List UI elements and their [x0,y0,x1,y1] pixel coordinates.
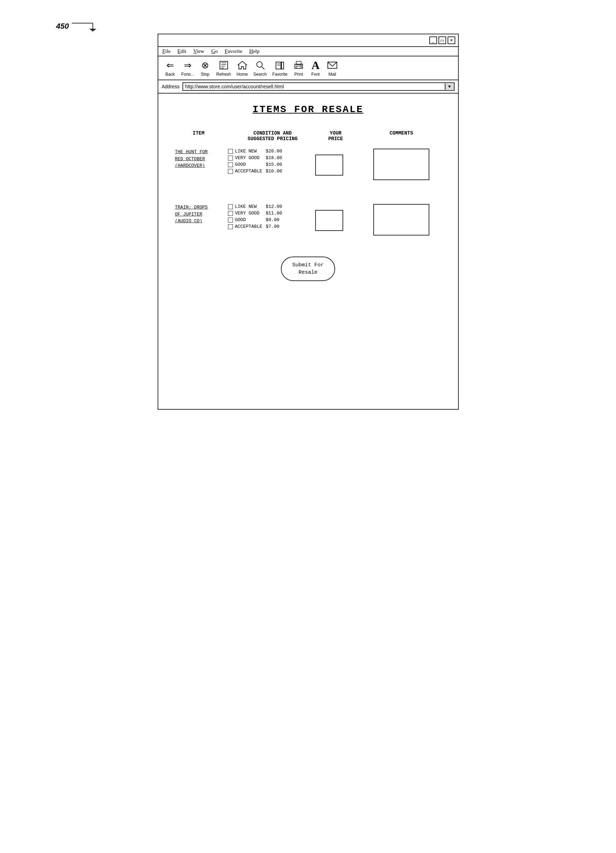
print-button[interactable]: Print [291,59,306,77]
condition-row-1-4: ACCEPTABLE [228,168,262,174]
favorite-icon [275,59,285,71]
comments-textarea-2[interactable] [373,204,429,235]
submit-area: Submit ForResale [172,257,444,281]
home-label: Home [237,72,248,77]
checkbox-1-1[interactable] [228,149,233,154]
checkbox-1-4[interactable] [228,169,233,174]
diagram-number: 450 [56,22,69,31]
condition-col-2: LIKE NEW VERY GOOD GOOD [228,204,262,229]
menu-help[interactable]: Help [249,49,259,54]
condition-col-1: LIKE NEW VERY GOOD GOOD [228,149,262,174]
address-bar: Address ▼ [158,80,458,94]
svg-marker-2 [89,29,96,32]
refresh-button[interactable]: Refresh [214,59,233,77]
item-name-2: TRAIN: DROPSOF JUPITER(AUDIO CD) [172,198,225,243]
browser-window: _ ▭ ✕ File Edit View Go Favorite Help ⇐ … [157,33,459,410]
table-row: TRAIN: DROPSOF JUPITER(AUDIO CD) LIKE NE… [172,198,444,243]
condition-row-1-1: LIKE NEW [228,149,262,154]
svg-point-9 [257,62,262,67]
refresh-icon [218,59,229,71]
your-price-cell-2 [312,198,359,243]
price-col-2: $12.00 $11.00 $9.00 $7.00 [266,204,282,229]
mail-button[interactable]: Mail [325,59,340,77]
menu-go[interactable]: Go [211,49,218,54]
menu-file[interactable]: File [162,49,171,54]
address-input[interactable] [183,83,445,90]
menu-edit[interactable]: Edit [177,49,186,54]
forward-icon: ⇒ [184,59,192,71]
condition-row-2-2: VERY GOOD [228,211,262,216]
search-button[interactable]: Search [251,59,269,77]
print-label: Print [295,72,303,77]
forward-button[interactable]: ⇒ Forw... [179,59,196,77]
svg-point-18 [300,65,301,66]
checkbox-2-2[interactable] [228,211,233,216]
col-header-price: YOURPRICE [312,129,359,143]
condition-price-wrap-2: LIKE NEW VERY GOOD GOOD [228,204,310,229]
condition-row-2-3: GOOD [228,217,262,223]
search-icon [255,59,265,71]
mail-label: Mail [328,72,336,77]
svg-line-10 [262,67,264,69]
forward-label: Forw... [182,72,194,77]
submit-button[interactable]: Submit ForResale [281,257,335,281]
col-header-comments: COMMENTS [359,129,444,143]
back-label: Back [165,72,175,77]
address-dropdown-button[interactable]: ▼ [445,83,454,90]
menu-favorite[interactable]: Favorite [225,49,242,54]
col-header-item: ITEM [172,129,225,143]
condition-cell-2: LIKE NEW VERY GOOD GOOD [225,198,312,243]
minimize-button[interactable]: _ [429,36,437,44]
checkbox-1-3[interactable] [228,162,233,167]
table-row: THE HUNT FORRED OCTOBER(HARDCOVER) LIKE … [172,143,444,187]
favorite-label: Favorite [272,72,288,77]
page-content: ITEMS FOR RESALE ITEM CONDITION ANDSUGGE… [158,94,458,409]
address-input-wrap: ▼ [182,82,454,91]
title-bar: _ ▭ ✕ [158,34,458,47]
font-label: Font [311,72,320,77]
stop-button[interactable]: ⊗ Stop [198,59,213,77]
condition-row-2-4: ACCEPTABLE [228,224,262,229]
font-icon: A [311,59,319,71]
close-button[interactable]: ✕ [448,36,455,44]
diagram-label: 450 [56,21,100,32]
comments-cell-1 [359,143,444,187]
checkbox-1-2[interactable] [228,156,233,161]
your-price-cell-1 [312,143,359,187]
comments-textarea-1[interactable] [373,149,429,180]
comments-cell-2 [359,198,444,243]
spacer-row [172,187,444,198]
search-label: Search [254,72,267,77]
font-button[interactable]: A Font [308,59,323,77]
svg-marker-8 [238,61,247,69]
mail-icon [327,59,338,71]
col-header-condition: CONDITION ANDSUGGESTED PRICING [225,129,312,143]
condition-cell-1: LIKE NEW VERY GOOD GOOD [225,143,312,187]
menu-view[interactable]: View [193,49,204,54]
home-icon [237,59,248,71]
home-button[interactable]: Home [235,59,250,77]
checkbox-2-1[interactable] [228,204,233,209]
back-button[interactable]: ⇐ Back [162,59,178,77]
favorite-button[interactable]: Favorite [270,59,290,77]
menu-bar: File Edit View Go Favorite Help [158,47,458,56]
window-controls: _ ▭ ✕ [429,36,455,44]
condition-row-2-1: LIKE NEW [228,204,262,209]
price-input-2[interactable] [315,210,343,231]
checkbox-2-4[interactable] [228,224,233,229]
price-input-1[interactable] [315,155,343,176]
price-col-1: $20.00 $18.00 $15.00 $10.00 [266,149,282,174]
condition-price-wrap-1: LIKE NEW VERY GOOD GOOD [228,149,310,174]
print-icon [294,59,304,71]
item-name-1: THE HUNT FORRED OCTOBER(HARDCOVER) [172,143,225,187]
maximize-button[interactable]: ▭ [439,36,446,44]
address-label: Address [162,84,180,90]
items-table: ITEM CONDITION ANDSUGGESTED PRICING YOUR… [172,129,444,243]
checkbox-2-3[interactable] [228,218,233,223]
stop-icon: ⊗ [201,59,209,71]
page-title: ITEMS FOR RESALE [172,104,444,115]
back-icon: ⇐ [166,59,174,71]
diagram-arrow [72,21,100,32]
stop-label: Stop [201,72,209,77]
refresh-label: Refresh [216,72,231,77]
